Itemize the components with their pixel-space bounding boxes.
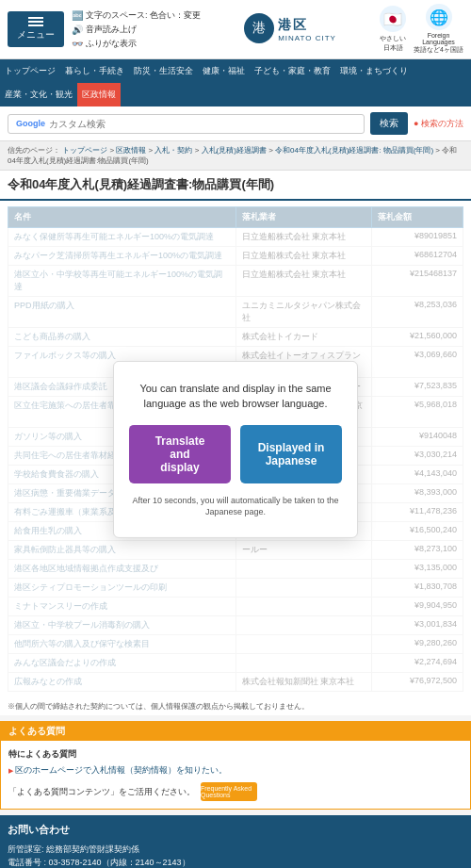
faq-subtitle: 特によくある質問 — [8, 748, 463, 761]
logo-name: 港区 — [278, 17, 336, 34]
jp-flag-icon: 🇯🇵 — [380, 6, 406, 32]
foreign-language-button[interactable]: 🌐 Foreign Languages 英語など4ヶ国語 — [414, 4, 463, 55]
faq-section: よくある質問 特によくある質問 区のホームページで入札情報（契約情報）を知りたい… — [0, 721, 471, 810]
translation-description: You can translate and display in the sam… — [129, 380, 342, 411]
language-options: 🇯🇵 やさしい 日本語 🌐 Foreign Languages 英語など4ヶ国語 — [380, 4, 463, 55]
contact-dept: 所管課室: 総務部契約管財課契約係 — [8, 843, 463, 856]
translation-dialog: You can translate and display in the sam… — [113, 360, 358, 537]
contact-title: お問い合わせ — [8, 823, 463, 837]
faq-qa-area: 「よくある質問コンテンツ」をご活用ください。 Frequently Asked … — [8, 782, 463, 801]
faq-title: よくある質問 — [1, 722, 470, 741]
breadcrumb-top[interactable]: トップページ — [62, 146, 107, 155]
note-section: ※個人の間で締結された契約については、個人情報保護の観点から掲載しておりません。 — [0, 697, 471, 715]
nav-environment[interactable]: 環境・まちづくり — [335, 59, 413, 83]
nav-children[interactable]: 子ども・家庭・教育 — [250, 59, 335, 83]
logo-roman: MINATO CITY — [278, 34, 336, 42]
content-area: 名件 落札業者 落札金額 みなく保健所等再生可能エネルギー100%の電気調達 日… — [0, 201, 471, 697]
nav-health[interactable]: 健康・福祉 — [198, 59, 250, 83]
page-title-area: 令和04年度入札(見積)経過調査書:物品購買(年間) — [0, 171, 471, 201]
auto-redirect-message: After 10 seconds, you will automatically… — [129, 494, 342, 517]
displayed-in-japanese-button[interactable]: Displayed inJapanese — [240, 424, 342, 483]
font-icon: 🔤 — [72, 10, 83, 21]
top-bar: メニュー 🔤 文字のスペース: 色合い：変更 🔊 音声読み上げ 👓 ふりがな表示… — [0, 0, 471, 59]
furigana-icon: 👓 — [72, 39, 83, 49]
nav-disaster[interactable]: 防災・生活安全 — [129, 59, 198, 83]
foreign-lang-label: Foreign Languages 英語など4ヶ国語 — [414, 32, 463, 55]
logo-emblem: 港 — [244, 13, 274, 43]
contact-section: お問い合わせ 所管課室: 総務部契約管財課契約係 電話番号 : 03-3578-… — [0, 815, 471, 868]
breadcrumb-ward[interactable]: 区政情報 — [116, 146, 146, 155]
jp-lang-label: やさしい 日本語 — [380, 34, 406, 53]
font-setting[interactable]: 🔤 文字のスペース: 色合い：変更 — [72, 9, 201, 22]
note-text: ※個人の間で締結された契約については、個人情報保護の観点から掲載しておりません。 — [8, 702, 309, 711]
nav-life[interactable]: 暮らし・手続き — [60, 59, 129, 83]
audio-setting[interactable]: 🔊 音声読み上げ — [72, 24, 201, 36]
search-button[interactable]: 検索 — [370, 112, 408, 135]
menu-button[interactable]: メニュー — [8, 11, 64, 47]
faq-use-text: 「よくある質問コンテンツ」をご活用ください。 — [8, 786, 195, 798]
foreign-flag-icon: 🌐 — [426, 4, 452, 30]
faq-qa-button[interactable]: Frequently Asked Questions — [201, 782, 257, 801]
japanese-language-button[interactable]: 🇯🇵 やさしい 日本語 — [380, 6, 406, 53]
site-logo[interactable]: 港 港区 MINATO CITY — [244, 13, 336, 45]
audio-icon: 🔊 — [72, 25, 83, 35]
breadcrumb: 信先のページ： トップページ > 区政情報 > 入札・契約 > 入札(見積)経過… — [0, 141, 471, 171]
faq-link-item[interactable]: 区のホームページで入札情報（契約情報）を知りたい。 — [8, 764, 463, 777]
contact-phone: 電話番号 : 03-3578-2140（内線：2140～2143） — [8, 856, 463, 868]
nav-top[interactable]: トップページ — [0, 59, 60, 83]
search-input[interactable] — [49, 119, 356, 129]
breadcrumb-bid[interactable]: 入札・契約 — [154, 146, 192, 155]
page-title: 令和04年度入札(見積)経過調査書:物品購買(年間) — [8, 176, 463, 193]
search-input-wrap: Google — [8, 114, 365, 134]
search-method-link[interactable]: ● 検索の方法 — [414, 118, 463, 130]
translation-buttons: Translate anddisplay Displayed inJapanes… — [129, 424, 342, 483]
translate-and-display-button[interactable]: Translate anddisplay — [129, 424, 231, 483]
nav-industry[interactable]: 産業・文化・観光 — [0, 83, 77, 106]
nav-ward-admin[interactable]: 区政情報 — [77, 83, 121, 106]
breadcrumb-bid-record[interactable]: 入札(見積)経過調書 — [202, 146, 267, 155]
accessibility-options: 🔤 文字のスペース: 色合い：変更 🔊 音声読み上げ 👓 ふりがな表示 — [72, 9, 201, 50]
google-logo: Google — [16, 119, 45, 128]
breadcrumb-current[interactable]: 令和04年度入札(見積)経過調書: 物品購買(年間) — [275, 146, 433, 155]
search-bar: Google 検索 ● 検索の方法 — [0, 106, 471, 141]
furigana-setting[interactable]: 👓 ふりがな表示 — [72, 38, 201, 50]
menu-label: メニュー — [17, 28, 55, 41]
contact-info: 所管課室: 総務部契約管財課契約係 電話番号 : 03-3578-2140（内線… — [8, 843, 463, 868]
main-navigation: トップページ 暮らし・手続き 防災・生活安全 健康・福祉 子ども・家庭・教育 環… — [0, 59, 471, 106]
